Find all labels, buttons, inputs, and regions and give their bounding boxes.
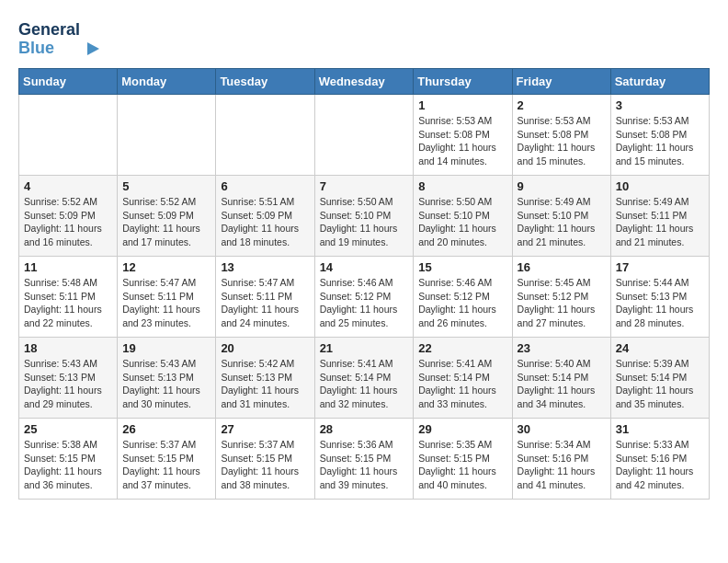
calendar-cell: 19Sunrise: 5:43 AMSunset: 5:13 PMDayligh… bbox=[118, 338, 216, 419]
day-number: 31 bbox=[616, 422, 704, 436]
day-number: 15 bbox=[418, 260, 506, 274]
calendar-cell: 21Sunrise: 5:41 AMSunset: 5:14 PMDayligh… bbox=[314, 338, 414, 419]
calendar-week-3: 11Sunrise: 5:48 AMSunset: 5:11 PMDayligh… bbox=[19, 257, 710, 338]
day-number: 1 bbox=[418, 98, 506, 112]
day-number: 8 bbox=[418, 179, 506, 193]
day-info: Sunrise: 5:49 AMSunset: 5:11 PMDaylight:… bbox=[616, 195, 704, 249]
day-number: 6 bbox=[221, 179, 309, 193]
day-info: Sunrise: 5:53 AMSunset: 5:08 PMDaylight:… bbox=[616, 114, 704, 168]
day-number: 10 bbox=[616, 179, 704, 193]
day-number: 11 bbox=[24, 260, 112, 274]
day-info: Sunrise: 5:51 AMSunset: 5:09 PMDaylight:… bbox=[221, 195, 309, 249]
calendar-cell: 1Sunrise: 5:53 AMSunset: 5:08 PMDaylight… bbox=[414, 95, 512, 176]
logo: GeneralBlue bbox=[18, 18, 101, 59]
day-info: Sunrise: 5:48 AMSunset: 5:11 PMDaylight:… bbox=[24, 276, 112, 330]
logo-icon: GeneralBlue bbox=[18, 18, 101, 59]
calendar-cell: 29Sunrise: 5:35 AMSunset: 5:15 PMDayligh… bbox=[414, 419, 512, 500]
day-info: Sunrise: 5:42 AMSunset: 5:13 PMDaylight:… bbox=[221, 357, 309, 411]
day-number: 7 bbox=[320, 179, 409, 193]
day-info: Sunrise: 5:40 AMSunset: 5:14 PMDaylight:… bbox=[518, 357, 606, 411]
day-number: 24 bbox=[616, 341, 704, 355]
day-number: 29 bbox=[418, 422, 506, 436]
day-info: Sunrise: 5:37 AMSunset: 5:15 PMDaylight:… bbox=[221, 438, 309, 492]
calendar-week-4: 18Sunrise: 5:43 AMSunset: 5:13 PMDayligh… bbox=[19, 338, 710, 419]
calendar-cell: 24Sunrise: 5:39 AMSunset: 5:14 PMDayligh… bbox=[610, 338, 709, 419]
day-info: Sunrise: 5:36 AMSunset: 5:15 PMDaylight:… bbox=[320, 438, 409, 492]
calendar-cell: 14Sunrise: 5:46 AMSunset: 5:12 PMDayligh… bbox=[314, 257, 414, 338]
day-info: Sunrise: 5:37 AMSunset: 5:15 PMDaylight:… bbox=[122, 438, 210, 492]
calendar-cell: 16Sunrise: 5:45 AMSunset: 5:12 PMDayligh… bbox=[512, 257, 610, 338]
day-info: Sunrise: 5:53 AMSunset: 5:08 PMDaylight:… bbox=[418, 114, 506, 168]
day-info: Sunrise: 5:43 AMSunset: 5:13 PMDaylight:… bbox=[24, 357, 112, 411]
day-number: 28 bbox=[320, 422, 409, 436]
calendar-cell bbox=[216, 95, 314, 176]
svg-marker-2 bbox=[87, 42, 99, 55]
day-info: Sunrise: 5:41 AMSunset: 5:14 PMDaylight:… bbox=[418, 357, 506, 411]
day-info: Sunrise: 5:50 AMSunset: 5:10 PMDaylight:… bbox=[418, 195, 506, 249]
weekday-header-friday: Friday bbox=[512, 69, 610, 95]
calendar-cell: 7Sunrise: 5:50 AMSunset: 5:10 PMDaylight… bbox=[314, 176, 414, 257]
day-info: Sunrise: 5:50 AMSunset: 5:10 PMDaylight:… bbox=[320, 195, 409, 249]
day-number: 14 bbox=[320, 260, 409, 274]
day-info: Sunrise: 5:49 AMSunset: 5:10 PMDaylight:… bbox=[518, 195, 606, 249]
day-number: 16 bbox=[518, 260, 606, 274]
calendar-cell: 4Sunrise: 5:52 AMSunset: 5:09 PMDaylight… bbox=[19, 176, 118, 257]
calendar-cell: 27Sunrise: 5:37 AMSunset: 5:15 PMDayligh… bbox=[216, 419, 314, 500]
day-info: Sunrise: 5:46 AMSunset: 5:12 PMDaylight:… bbox=[320, 276, 409, 330]
calendar-cell: 18Sunrise: 5:43 AMSunset: 5:13 PMDayligh… bbox=[19, 338, 118, 419]
calendar-cell: 26Sunrise: 5:37 AMSunset: 5:15 PMDayligh… bbox=[118, 419, 216, 500]
calendar-cell: 11Sunrise: 5:48 AMSunset: 5:11 PMDayligh… bbox=[19, 257, 118, 338]
calendar-cell: 17Sunrise: 5:44 AMSunset: 5:13 PMDayligh… bbox=[610, 257, 709, 338]
weekday-header-saturday: Saturday bbox=[610, 69, 709, 95]
day-info: Sunrise: 5:52 AMSunset: 5:09 PMDaylight:… bbox=[24, 195, 112, 249]
day-number: 25 bbox=[24, 422, 112, 436]
calendar-cell: 3Sunrise: 5:53 AMSunset: 5:08 PMDaylight… bbox=[610, 95, 709, 176]
weekday-header-tuesday: Tuesday bbox=[216, 69, 314, 95]
day-number: 19 bbox=[122, 341, 210, 355]
page-header: GeneralBlue bbox=[18, 18, 710, 59]
day-number: 9 bbox=[518, 179, 606, 193]
day-number: 18 bbox=[24, 341, 112, 355]
day-number: 5 bbox=[122, 179, 210, 193]
day-info: Sunrise: 5:39 AMSunset: 5:14 PMDaylight:… bbox=[616, 357, 704, 411]
day-info: Sunrise: 5:47 AMSunset: 5:11 PMDaylight:… bbox=[221, 276, 309, 330]
day-info: Sunrise: 5:38 AMSunset: 5:15 PMDaylight:… bbox=[24, 438, 112, 492]
weekday-header-thursday: Thursday bbox=[414, 69, 512, 95]
calendar-cell: 28Sunrise: 5:36 AMSunset: 5:15 PMDayligh… bbox=[314, 419, 414, 500]
day-number: 27 bbox=[221, 422, 309, 436]
calendar-cell: 30Sunrise: 5:34 AMSunset: 5:16 PMDayligh… bbox=[512, 419, 610, 500]
calendar-cell bbox=[118, 95, 216, 176]
day-number: 4 bbox=[24, 179, 112, 193]
day-number: 3 bbox=[616, 98, 704, 112]
day-number: 20 bbox=[221, 341, 309, 355]
calendar-cell: 5Sunrise: 5:52 AMSunset: 5:09 PMDaylight… bbox=[118, 176, 216, 257]
calendar-week-5: 25Sunrise: 5:38 AMSunset: 5:15 PMDayligh… bbox=[19, 419, 710, 500]
calendar-cell: 6Sunrise: 5:51 AMSunset: 5:09 PMDaylight… bbox=[216, 176, 314, 257]
calendar-cell: 13Sunrise: 5:47 AMSunset: 5:11 PMDayligh… bbox=[216, 257, 314, 338]
calendar-cell: 12Sunrise: 5:47 AMSunset: 5:11 PMDayligh… bbox=[118, 257, 216, 338]
svg-text:General: General bbox=[18, 20, 80, 39]
day-info: Sunrise: 5:52 AMSunset: 5:09 PMDaylight:… bbox=[122, 195, 210, 249]
calendar-week-1: 1Sunrise: 5:53 AMSunset: 5:08 PMDaylight… bbox=[19, 95, 710, 176]
day-info: Sunrise: 5:47 AMSunset: 5:11 PMDaylight:… bbox=[122, 276, 210, 330]
day-number: 26 bbox=[122, 422, 210, 436]
weekday-header-wednesday: Wednesday bbox=[314, 69, 414, 95]
weekday-header-monday: Monday bbox=[118, 69, 216, 95]
day-number: 22 bbox=[418, 341, 506, 355]
calendar-cell bbox=[314, 95, 414, 176]
calendar-cell: 15Sunrise: 5:46 AMSunset: 5:12 PMDayligh… bbox=[414, 257, 512, 338]
calendar-cell: 31Sunrise: 5:33 AMSunset: 5:16 PMDayligh… bbox=[610, 419, 709, 500]
day-number: 23 bbox=[518, 341, 606, 355]
calendar-cell: 10Sunrise: 5:49 AMSunset: 5:11 PMDayligh… bbox=[610, 176, 709, 257]
calendar-week-2: 4Sunrise: 5:52 AMSunset: 5:09 PMDaylight… bbox=[19, 176, 710, 257]
calendar-cell: 9Sunrise: 5:49 AMSunset: 5:10 PMDaylight… bbox=[512, 176, 610, 257]
weekday-header-row: SundayMondayTuesdayWednesdayThursdayFrid… bbox=[19, 69, 710, 95]
day-number: 2 bbox=[518, 98, 606, 112]
day-info: Sunrise: 5:41 AMSunset: 5:14 PMDaylight:… bbox=[320, 357, 409, 411]
calendar-cell: 2Sunrise: 5:53 AMSunset: 5:08 PMDaylight… bbox=[512, 95, 610, 176]
day-info: Sunrise: 5:53 AMSunset: 5:08 PMDaylight:… bbox=[518, 114, 606, 168]
weekday-header-sunday: Sunday bbox=[19, 69, 118, 95]
day-info: Sunrise: 5:46 AMSunset: 5:12 PMDaylight:… bbox=[418, 276, 506, 330]
day-number: 13 bbox=[221, 260, 309, 274]
calendar-cell bbox=[19, 95, 118, 176]
